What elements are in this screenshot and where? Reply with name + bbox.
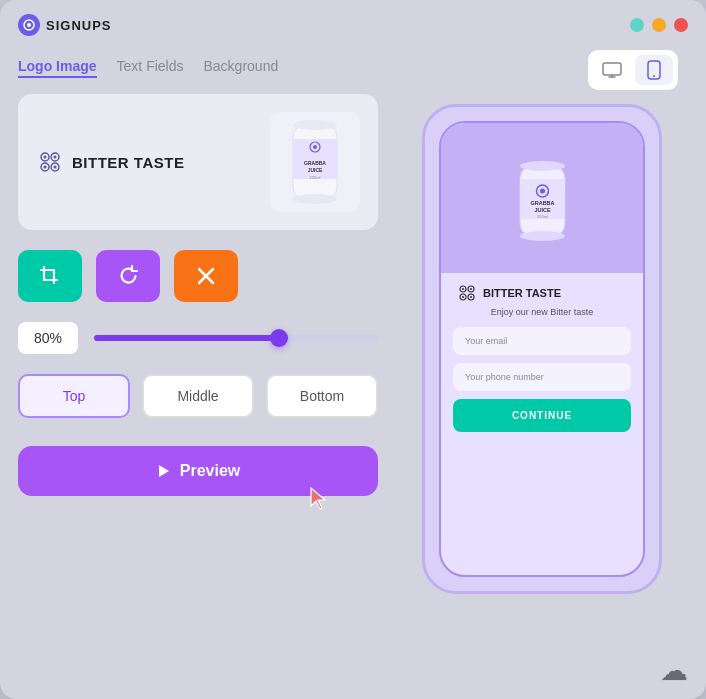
phone-brand-icon xyxy=(457,283,477,303)
svg-point-43 xyxy=(470,296,472,298)
svg-point-7 xyxy=(54,156,57,159)
app-window: SIGNUPS Logo Image Text Fields Backgroun… xyxy=(0,0,706,699)
tab-text-fields[interactable]: Text Fields xyxy=(117,58,184,78)
tab-logo-image[interactable]: Logo Image xyxy=(18,58,97,78)
svg-text:JUICE: JUICE xyxy=(534,207,551,213)
position-middle-button[interactable]: Middle xyxy=(142,374,254,418)
svg-point-6 xyxy=(44,156,47,159)
crop-button[interactable] xyxy=(18,250,82,302)
svg-rect-22 xyxy=(603,63,621,75)
dot-yellow xyxy=(652,18,666,32)
brand-icon xyxy=(36,148,64,176)
view-toggle xyxy=(588,50,678,90)
window-controls xyxy=(630,18,688,32)
main-content: Logo Image Text Fields Background xyxy=(0,50,706,699)
position-bottom-button[interactable]: Bottom xyxy=(266,374,378,418)
phone-brand-area: BITTER TASTE xyxy=(441,273,643,307)
svg-text:GRABBA: GRABBA xyxy=(530,200,554,206)
svg-point-1 xyxy=(27,23,31,27)
size-slider-row: 80% xyxy=(18,322,378,354)
svg-point-26 xyxy=(653,75,655,77)
svg-point-32 xyxy=(540,189,545,194)
brand-name-label: BITTER TASTE xyxy=(72,154,184,171)
phone-hero-area: GRABBA JUICE 250ml xyxy=(441,123,643,273)
position-top-button[interactable]: Top xyxy=(18,374,130,418)
phone-mockup: GRABBA JUICE 250ml xyxy=(422,104,662,594)
phone-brand-name: BITTER TASTE xyxy=(483,287,561,299)
rotate-button[interactable] xyxy=(96,250,160,302)
svg-marker-21 xyxy=(159,465,169,477)
logo-icon xyxy=(18,14,40,36)
remove-icon xyxy=(195,265,217,287)
size-percent: 80% xyxy=(18,322,78,354)
svg-point-11 xyxy=(293,120,337,130)
phone-cta-button[interactable]: CONTINUE xyxy=(453,399,631,432)
svg-point-41 xyxy=(470,288,472,290)
svg-point-8 xyxy=(44,166,47,169)
slider-fill xyxy=(94,335,279,341)
rotate-icon xyxy=(117,265,139,287)
play-icon xyxy=(156,464,170,478)
preview-button-label: Preview xyxy=(180,462,240,480)
right-panel: GRABBA JUICE 250ml xyxy=(396,50,688,681)
phone-screen: GRABBA JUICE 250ml xyxy=(439,121,645,577)
dot-red xyxy=(674,18,688,32)
brand-logo-area: BITTER TASTE xyxy=(36,148,184,176)
svg-point-42 xyxy=(462,296,464,298)
desktop-view-button[interactable] xyxy=(593,55,631,85)
tab-bar: Logo Image Text Fields Background xyxy=(18,50,378,94)
logo-preview-card: BITTER TASTE GRABBA JUICE xyxy=(18,94,378,230)
mobile-view-button[interactable] xyxy=(635,55,673,85)
desktop-icon xyxy=(602,62,622,78)
phone-phone-input[interactable]: Your phone number xyxy=(453,363,631,391)
phone-email-input[interactable]: Your email xyxy=(453,327,631,355)
cloud-icon: ☁ xyxy=(660,654,688,687)
position-buttons: Top Middle Bottom xyxy=(18,374,378,418)
svg-text:JUICE: JUICE xyxy=(308,167,323,173)
app-logo: SIGNUPS xyxy=(18,14,112,36)
mobile-icon xyxy=(647,60,661,80)
slider-thumb[interactable] xyxy=(270,329,288,347)
phone-can-image: GRABBA JUICE 250ml xyxy=(515,161,570,241)
svg-text:250ml: 250ml xyxy=(537,214,548,219)
left-panel: Logo Image Text Fields Background xyxy=(18,50,378,681)
size-slider-track[interactable] xyxy=(94,335,378,341)
can-image-preview: GRABBA JUICE 250ml xyxy=(270,112,360,212)
dot-green xyxy=(630,18,644,32)
phone-tagline: Enjoy our new Bitter taste xyxy=(475,307,610,327)
crop-icon xyxy=(39,265,61,287)
cursor-icon xyxy=(308,486,330,512)
svg-point-9 xyxy=(54,166,57,169)
remove-button[interactable] xyxy=(174,250,238,302)
svg-point-40 xyxy=(462,288,464,290)
svg-text:GRABBA: GRABBA xyxy=(304,160,326,166)
svg-point-28 xyxy=(520,161,565,171)
tab-background[interactable]: Background xyxy=(203,58,278,78)
svg-point-15 xyxy=(313,145,317,149)
svg-point-12 xyxy=(293,194,337,204)
svg-point-29 xyxy=(520,231,565,241)
titlebar: SIGNUPS xyxy=(0,0,706,50)
svg-text:250ml: 250ml xyxy=(310,175,321,180)
app-title: SIGNUPS xyxy=(46,18,112,33)
tool-buttons xyxy=(18,250,378,302)
